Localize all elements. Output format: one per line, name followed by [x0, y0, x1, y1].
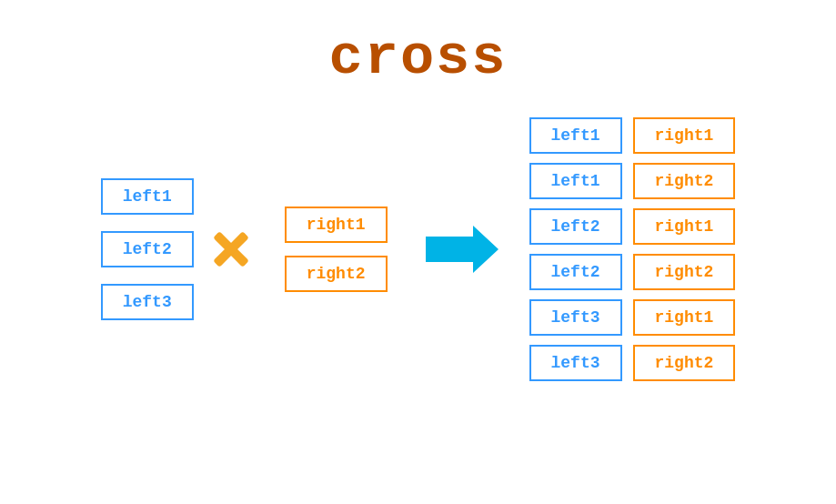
result-left-3: left2	[529, 208, 622, 245]
arrow-icon	[426, 226, 499, 273]
right-item-2: right2	[285, 256, 388, 292]
result-right-1: right1	[633, 117, 736, 154]
result-left-5: left3	[529, 299, 622, 336]
result-row-6: left3 right2	[529, 345, 736, 381]
right-list: right1 right2	[285, 207, 388, 292]
result-right-3: right1	[633, 208, 736, 245]
left-item-3: left3	[101, 284, 194, 320]
right-item-1: right1	[285, 207, 388, 243]
left-item-2: left2	[101, 231, 194, 267]
svg-marker-0	[426, 226, 499, 273]
result-right-5: right1	[633, 299, 736, 336]
left-list: left1 left2 left3	[101, 178, 194, 320]
main-diagram: left1 left2 left3 right1 right2 left1 ri…	[0, 117, 836, 381]
result-row-1: left1 right1	[529, 117, 736, 154]
left-item-1: left1	[101, 178, 194, 215]
multiply-icon	[210, 228, 252, 270]
multiply-area	[210, 228, 252, 270]
result-left-4: left2	[529, 254, 622, 290]
result-left-6: left3	[529, 345, 622, 381]
result-row-3: left2 right1	[529, 208, 736, 245]
result-left-1: left1	[529, 117, 622, 154]
result-left-2: left1	[529, 163, 622, 199]
result-right-6: right2	[633, 345, 736, 381]
result-row-5: left3 right1	[529, 299, 736, 336]
result-row-2: left1 right2	[529, 163, 736, 199]
arrow-area	[426, 226, 499, 273]
result-right-4: right2	[633, 254, 736, 290]
result-right-2: right2	[633, 163, 736, 199]
result-row-4: left2 right2	[529, 254, 736, 290]
result-grid: left1 right1 left1 right2 left2 right1 l…	[529, 117, 736, 381]
page-title: cross	[0, 0, 836, 90]
